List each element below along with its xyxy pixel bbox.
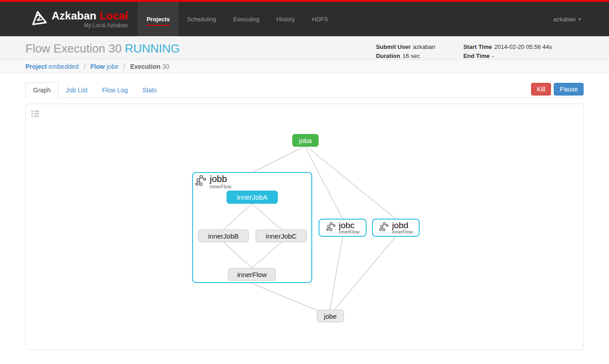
user-name: azkaban [553, 16, 575, 23]
flow-graph-canvas[interactable]: jobb innerFlow joba innerJobA innerJobB … [25, 104, 584, 350]
nav-item-executing[interactable]: Executing [225, 2, 268, 36]
flow-node-jobc-type: innerFlow [339, 230, 360, 235]
page-title: Flow Execution 30RUNNING [25, 42, 180, 55]
start-time-value: 2014-02-20 05:56 44s [494, 43, 552, 50]
brand-name: Azkaban [52, 10, 97, 22]
navbar: AzkabanLocal My Local Azkaban Projects S… [0, 2, 609, 36]
node-jobe[interactable]: jobe [317, 310, 344, 322]
node-innerJobB[interactable]: innerJobB [198, 230, 249, 242]
caret-down-icon: ▾ [578, 16, 581, 22]
tab-job-list[interactable]: Job List [58, 83, 95, 98]
flow-node-jobb-header[interactable]: jobb innerFlow [195, 174, 232, 189]
tab-graph[interactable]: Graph [25, 82, 58, 98]
flow-node-jobd-type: innerFlow [392, 230, 413, 235]
embedded-flow-icon [195, 174, 208, 189]
flow-node-jobd-label: jobd [392, 221, 413, 230]
submit-user-value: azkaban [413, 43, 435, 50]
flow-node-jobb-label: jobb [210, 174, 232, 184]
brand-subtitle: My Local Azkaban [84, 22, 128, 29]
node-innerJobA[interactable]: innerJobA [227, 191, 278, 204]
nav-item-scheduling[interactable]: Scheduling [179, 2, 225, 36]
graph-options-list-icon[interactable] [31, 110, 39, 119]
execution-meta: Submit Userazkaban Duration16 sec Start … [376, 42, 552, 61]
flow-node-jobb-type: innerFlow [210, 184, 232, 189]
pause-button[interactable]: Pause [554, 83, 584, 96]
duration-value: 16 sec [402, 53, 420, 59]
nav-item-projects[interactable]: Projects [138, 2, 178, 36]
breadcrumb-execution-current: Execution 30 [130, 63, 169, 70]
page-header: Flow Execution 30RUNNING Submit Userazka… [0, 36, 609, 60]
node-joba[interactable]: joba [292, 134, 319, 147]
tab-flow-log[interactable]: Flow Log [95, 83, 135, 98]
node-innerFlow[interactable]: innerFlow [228, 268, 276, 281]
tab-stats[interactable]: Stats [135, 83, 164, 98]
kill-button[interactable]: Kill [531, 83, 551, 96]
start-time-label: Start Time [463, 43, 492, 50]
breadcrumb-project-link[interactable]: Project embedded [25, 63, 79, 70]
status-badge: RUNNING [125, 42, 179, 55]
nav-item-hdfs[interactable]: HDFS [304, 2, 337, 36]
brand-accent: Local [100, 10, 128, 22]
nav-item-history[interactable]: History [268, 2, 303, 36]
flow-node-jobc-label: jobc [339, 221, 360, 230]
flow-node-jobc[interactable]: jobc innerFlow [319, 219, 367, 237]
breadcrumb: Project embedded / Flow jobe / Execution… [0, 60, 609, 73]
breadcrumb-flow-link[interactable]: Flow jobe [90, 63, 118, 70]
user-dropdown[interactable]: azkaban ▾ [553, 2, 609, 36]
embedded-flow-icon [326, 221, 337, 234]
end-time-label: End Time [463, 53, 489, 59]
end-time-value: - [492, 53, 494, 59]
flow-node-jobd[interactable]: jobd innerFlow [372, 219, 420, 237]
tab-bar: Graph Job List Flow Log Stats Kill Pause [25, 82, 584, 98]
breadcrumb-separator: / [83, 63, 85, 70]
node-innerJobC[interactable]: innerJobC [256, 230, 307, 242]
duration-label: Duration [376, 53, 400, 59]
breadcrumb-separator: / [123, 63, 125, 70]
azkaban-logo-icon [30, 10, 47, 28]
brand-home-link[interactable]: AzkabanLocal My Local Azkaban [0, 2, 128, 36]
embedded-flow-icon [379, 221, 390, 234]
submit-user-label: Submit User [376, 43, 411, 50]
main-nav: Projects Scheduling Executing History HD… [138, 2, 337, 36]
